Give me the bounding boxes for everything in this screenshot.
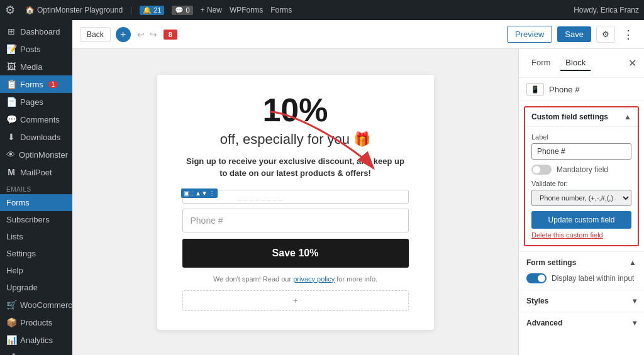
custom-field-settings-header[interactable]: Custom field settings ▲ — [525, 107, 638, 127]
sidebar-item-downloads[interactable]: ⬇ Downloads — [0, 128, 72, 146]
canvas: 10% off, especially for you 🎁 Sign up to… — [72, 49, 518, 355]
content-area: Back + ↩ ↪ 8 Preview Save ⚙ ⋮ — [72, 20, 644, 355]
emails-section-header: Emails — [0, 181, 72, 194]
wpforms-link[interactable]: WPForms — [230, 6, 263, 14]
field-block-controls: ▣ :: ▲▼ ⋮ — [181, 188, 218, 198]
right-panel: Form Block ✕ 📱 Phone # Custom field sett… — [518, 49, 644, 355]
phone-field-icon: 📱 — [526, 83, 544, 96]
posts-icon: 📝 — [6, 44, 16, 54]
more-options-button[interactable]: ⋮ — [620, 26, 636, 43]
preview-button[interactable]: Preview — [507, 26, 552, 43]
back-button[interactable]: Back — [80, 27, 111, 42]
phone-field[interactable]: Phone # — [182, 209, 409, 232]
email-field-wrapper[interactable]: ▣ :: ▲▼ ⋮ _ _ _ _ _ _ _ _ — [182, 190, 409, 204]
sidebar-item-upgrade[interactable]: Upgrade — [0, 279, 72, 296]
admin-bar: ⚙ 🏠 OptinMonster Playground | 🔔 21 💬 0 +… — [0, 0, 644, 20]
subscribers-label: Subscribers — [6, 215, 50, 224]
sidebar-item-lists[interactable]: Lists — [0, 228, 72, 245]
tab-form[interactable]: Form — [526, 55, 555, 71]
help-label: Help — [6, 266, 23, 275]
notifications-badge[interactable]: 🔔 21 — [140, 6, 164, 15]
sidebar-label-comments: Comments — [20, 115, 60, 124]
submit-button[interactable]: Save 10% — [182, 239, 409, 268]
new-button[interactable]: + New — [201, 6, 222, 14]
chevron-up-icon: ▲ — [624, 112, 631, 121]
mandatory-toggle-row: Mandatory field — [531, 165, 631, 175]
sidebar-item-woocommerce[interactable]: 🛒 WooCommerce — [0, 296, 72, 314]
sidebar-label-pages: Pages — [20, 97, 43, 107]
spam-text: We don't spam! Read our privacy policy f… — [182, 275, 409, 283]
add-block-button[interactable]: + — [116, 27, 131, 42]
sidebar-label-media: Media — [20, 62, 42, 72]
woo-icon: 🛒 — [6, 300, 16, 310]
analytics-label: Analytics — [20, 336, 53, 345]
panel-close-button[interactable]: ✕ — [628, 57, 636, 69]
settings-label: Settings — [6, 249, 36, 258]
products-icon: 📦 — [6, 317, 16, 327]
site-name[interactable]: 🏠 OptinMonster Playground — [25, 6, 123, 14]
validate-for-select[interactable]: Phone number, (+,-,#,(,) and spaces — [531, 190, 631, 206]
sidebar-item-help[interactable]: Help — [0, 262, 72, 279]
tab-block[interactable]: Block — [560, 55, 591, 71]
label-field-input[interactable] — [531, 143, 631, 160]
sidebar-item-posts[interactable]: 📝 Posts — [0, 40, 72, 58]
sidebar-label-downloads: Downloads — [20, 133, 60, 142]
comments-badge[interactable]: 💬 0 — [172, 6, 192, 15]
sidebar-item-forms-sub[interactable]: Forms — [0, 194, 72, 211]
analytics-icon: 📊 — [6, 335, 16, 345]
forms-sub-label: Forms — [6, 198, 30, 207]
email-field-row: ▣ :: ▲▼ ⋮ _ _ _ _ _ _ _ _ — [182, 190, 409, 204]
form-preview: 10% off, especially for you 🎁 Sign up to… — [157, 75, 434, 330]
marketing-icon: 📣 — [6, 352, 16, 355]
media-icon: 🖼 — [6, 62, 16, 72]
comments-icon: 💬 — [6, 114, 16, 124]
sidebar-item-subscribers[interactable]: Subscribers — [0, 211, 72, 228]
redo-button[interactable]: ↪ — [148, 28, 158, 41]
form-headline: 10% — [182, 94, 409, 126]
sidebar-item-marketing[interactable]: 📣 Marketing — [0, 349, 72, 355]
advanced-section: Advanced ▾ — [519, 312, 644, 334]
forms-link[interactable]: Forms — [270, 6, 292, 14]
marketing-label: Marketing — [20, 353, 56, 356]
undo-button[interactable]: ↩ — [136, 28, 146, 41]
sidebar-label-optinmonster: OptinMonster — [19, 150, 68, 160]
form-settings-header[interactable]: Form settings ▲ — [526, 252, 636, 273]
sidebar-item-dashboard[interactable]: ⊞ Dashboard — [0, 23, 72, 40]
sidebar-item-analytics[interactable]: 📊 Analytics — [0, 331, 72, 349]
mailpoet-icon: M — [6, 167, 16, 177]
form-settings-chevron-icon: ▲ — [629, 258, 636, 267]
display-label-toggle[interactable] — [526, 273, 547, 283]
advanced-title: Advanced — [526, 319, 562, 327]
email-placeholder: _ _ _ _ _ _ _ _ — [238, 193, 282, 200]
dashboard-icon: ⊞ — [6, 26, 16, 36]
update-custom-field-button[interactable]: Update custom field — [531, 211, 631, 229]
sidebar-item-settings[interactable]: Settings — [0, 245, 72, 262]
custom-field-settings-title: Custom field settings — [531, 112, 608, 121]
styles-title: Styles — [526, 297, 548, 305]
save-button[interactable]: Save — [557, 26, 591, 42]
advanced-header[interactable]: Advanced ▾ — [526, 312, 636, 334]
lists-label: Lists — [6, 232, 23, 241]
sidebar-item-optinmonster[interactable]: 👁 OptinMonster — [0, 146, 72, 163]
undo-redo-group: ↩ ↪ — [136, 28, 158, 41]
custom-field-settings: Custom field settings ▲ Label Mandatory … — [524, 106, 639, 246]
styles-header[interactable]: Styles ▾ — [526, 290, 636, 312]
validate-for-label: Validate for: — [531, 180, 631, 187]
sidebar-item-products[interactable]: 📦 Products — [0, 314, 72, 331]
sidebar-label-posts: Posts — [20, 45, 41, 54]
sidebar-item-pages[interactable]: 📄 Pages — [0, 93, 72, 111]
privacy-policy-link[interactable]: privacy policy — [293, 275, 335, 283]
sidebar-item-forms[interactable]: 📋 Forms 1 — [0, 75, 72, 93]
panel-header: Form Block ✕ — [519, 49, 644, 78]
form-settings-title: Form settings — [526, 258, 576, 267]
delete-custom-field-link[interactable]: Delete this custom field — [531, 231, 631, 239]
advanced-chevron-icon: ▾ — [633, 319, 636, 327]
mandatory-toggle[interactable] — [531, 165, 552, 175]
sidebar-item-mailpoet[interactable]: M MailPoet — [0, 163, 72, 181]
settings-button[interactable]: ⚙ — [596, 26, 615, 43]
sidebar-item-comments[interactable]: 💬 Comments — [0, 111, 72, 128]
sidebar-item-media[interactable]: 🖼 Media — [0, 58, 72, 75]
add-block-area[interactable]: + — [182, 290, 409, 311]
label-field-label: Label — [531, 133, 631, 141]
toolbar: Back + ↩ ↪ 8 Preview Save ⚙ ⋮ — [72, 20, 644, 49]
